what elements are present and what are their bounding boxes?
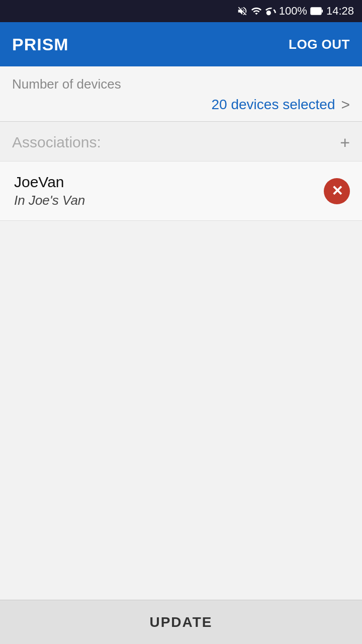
main-content bbox=[0, 221, 362, 600]
signal-icon bbox=[265, 6, 276, 17]
association-info: JoeVan In Joe's Van bbox=[14, 174, 85, 208]
association-item: JoeVan In Joe's Van ✕ bbox=[0, 162, 362, 221]
association-subtext: In Joe's Van bbox=[14, 193, 85, 208]
devices-section: Number of devices 20 devices selected > bbox=[0, 66, 362, 122]
mute-icon bbox=[237, 6, 248, 17]
close-icon: ✕ bbox=[331, 184, 343, 198]
status-bar: 100% 14:28 bbox=[0, 0, 362, 22]
battery-text: 100% bbox=[279, 5, 307, 18]
add-association-button[interactable]: + bbox=[340, 134, 350, 151]
update-bar: UPDATE bbox=[0, 600, 362, 644]
associations-header: Associations: + bbox=[0, 122, 362, 162]
logout-button[interactable]: LOG OUT bbox=[289, 37, 350, 52]
status-icons: 100% 14:28 bbox=[237, 5, 354, 18]
time-text: 14:28 bbox=[326, 5, 354, 18]
devices-row[interactable]: 20 devices selected > bbox=[12, 96, 350, 113]
app-header: PRISM LOG OUT bbox=[0, 22, 362, 66]
association-name: JoeVan bbox=[14, 174, 85, 191]
associations-label: Associations: bbox=[12, 134, 101, 151]
devices-selected-text: 20 devices selected bbox=[212, 97, 335, 113]
chevron-right-icon: > bbox=[341, 96, 350, 113]
devices-label: Number of devices bbox=[12, 76, 350, 92]
svg-rect-1 bbox=[322, 10, 323, 13]
update-button[interactable]: UPDATE bbox=[149, 614, 212, 630]
svg-rect-0 bbox=[311, 8, 321, 15]
wifi-icon bbox=[251, 6, 262, 17]
app-title: PRISM bbox=[12, 35, 69, 54]
battery-icon bbox=[310, 7, 323, 16]
remove-association-button[interactable]: ✕ bbox=[324, 178, 350, 204]
